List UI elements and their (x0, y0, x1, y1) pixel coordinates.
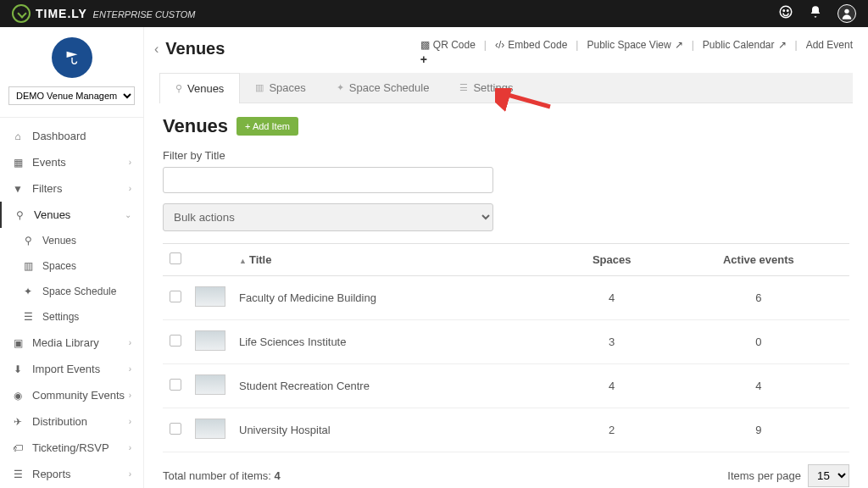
nav-filters[interactable]: ▼Filters › (0, 175, 143, 202)
col-spaces[interactable]: Spaces (556, 244, 668, 276)
nav-venues-sub-schedule[interactable]: ✦Space Schedule (0, 279, 143, 304)
nav-community-events[interactable]: ◉Community Events › (0, 382, 143, 408)
table-row[interactable]: Faculty of Medicine Building46 (163, 276, 849, 320)
nav-label: Import Events (32, 363, 100, 375)
row-checkbox[interactable] (170, 379, 181, 391)
nav-label: Spaces (42, 260, 76, 272)
nav-label: Settings (42, 311, 79, 323)
building-icon: ▥ (255, 82, 264, 93)
avatar[interactable] (837, 4, 856, 23)
add-item-button[interactable]: + Add Item (236, 117, 298, 136)
public-space-view-link[interactable]: Public Space View↗ (587, 39, 682, 51)
nav-label: Distribution (32, 415, 87, 428)
svg-point-1 (783, 10, 785, 12)
col-title[interactable]: ▲Title (232, 244, 556, 276)
row-checkbox[interactable] (170, 335, 181, 347)
brand-name-text: TIME.LY (36, 7, 87, 20)
org-badge (52, 37, 92, 78)
download-icon: ⬇ (12, 363, 24, 375)
nav-dashboard[interactable]: ⌂Dashboard (0, 123, 143, 149)
nav-label: Filters (32, 182, 62, 195)
nav-events[interactable]: ▦Events › (0, 149, 143, 175)
sliders-icon: ☰ (22, 311, 34, 323)
tab-space-schedule[interactable]: ✦Space Schedule (321, 73, 445, 103)
venue-title[interactable]: University Hospital (232, 408, 556, 452)
nav-venues[interactable]: ⚲Venues ⌄ (0, 202, 143, 228)
brand-tier: ENTERPRISE CUSTOM (93, 9, 196, 19)
bulk-actions-select[interactable]: Bulk actions (163, 203, 493, 231)
nav-label: Dashboard (32, 130, 86, 142)
pin-icon: ⚲ (22, 235, 34, 247)
public-calendar-link[interactable]: Public Calendar↗ (703, 39, 787, 51)
venue-title[interactable]: Student Recreation Centre (232, 364, 556, 408)
nav-import-events[interactable]: ⬇Import Events › (0, 356, 143, 382)
back-button[interactable]: ‹ (154, 42, 159, 57)
venue-thumbnail (195, 374, 225, 395)
logo-mark-icon (12, 4, 31, 23)
tab-settings[interactable]: ☰Settings (444, 73, 528, 103)
venue-thumbnail (195, 419, 225, 439)
nav-venues-sub-venues[interactable]: ⚲Venues (0, 228, 143, 253)
per-page-select[interactable]: 15 (808, 464, 849, 487)
table-row[interactable]: Student Recreation Centre44 (163, 364, 849, 408)
nav-venues-sub-settings[interactable]: ☰Settings (0, 304, 143, 330)
nav-label: Ticketing/RSVP (32, 441, 109, 454)
filter-label: Filter by Title (163, 149, 849, 162)
schedule-icon: ✦ (337, 82, 344, 93)
nav-label: Venues (34, 208, 70, 221)
venue-active-events: 9 (668, 408, 849, 452)
globe-icon: ◉ (12, 390, 24, 402)
nav-venues-sub-spaces[interactable]: ▥Spaces (0, 253, 143, 279)
per-page-label: Items per page (727, 469, 801, 482)
venue-active-events: 4 (668, 364, 849, 408)
venue-active-events: 6 (668, 276, 849, 320)
plus-button[interactable]: + (420, 53, 853, 66)
nav-reports[interactable]: ☰Reports › (0, 461, 143, 487)
pin-icon: ⚲ (14, 209, 25, 221)
code-icon: ‹/› (495, 39, 504, 51)
top-bar: TIME.LY ENTERPRISE CUSTOM (0, 0, 868, 27)
pin-icon: ⚲ (175, 83, 182, 94)
row-checkbox[interactable] (170, 423, 181, 435)
col-active-events[interactable]: Active events (668, 244, 849, 276)
image-icon: ▣ (12, 337, 24, 349)
org-selector[interactable]: DEMO Venue Managemen (8, 86, 135, 105)
row-checkbox[interactable] (170, 291, 181, 302)
schedule-icon: ✦ (22, 286, 34, 297)
venue-title[interactable]: Faculty of Medicine Building (232, 276, 556, 320)
table-row[interactable]: University Hospital29 (163, 408, 849, 452)
chevron-right-icon: › (129, 338, 131, 347)
nav-ticketing[interactable]: 🏷Ticketing/RSVP › (0, 435, 143, 461)
section-title: Venues (163, 115, 228, 137)
chevron-right-icon: › (129, 364, 131, 374)
chevron-right-icon: › (129, 158, 131, 167)
embed-code-link[interactable]: ‹/›Embed Code (495, 39, 567, 51)
sliders-icon: ☰ (459, 82, 468, 93)
topbar-actions (778, 4, 856, 23)
nav-label: Events (32, 156, 66, 169)
chevron-down-icon: ⌄ (125, 210, 131, 219)
nav-media-library[interactable]: ▣Media Library › (0, 330, 143, 356)
venue-title[interactable]: Life Sciences Institute (232, 320, 556, 364)
filter-title-input[interactable] (163, 167, 493, 193)
sort-asc-icon: ▲ (239, 257, 247, 265)
venues-table: ▲Title Spaces Active events Faculty of M… (163, 243, 849, 452)
send-icon: ✈ (12, 416, 24, 428)
qr-code-link[interactable]: ▩QR Code (420, 39, 476, 51)
support-icon[interactable] (778, 4, 793, 23)
svg-point-3 (844, 9, 849, 14)
venue-thumbnail (195, 286, 225, 307)
select-all-checkbox[interactable] (170, 252, 181, 264)
table-row[interactable]: Life Sciences Institute30 (163, 320, 849, 364)
main-panel: ‹ Venues ▩QR Code | ‹/›Embed Code | Publ… (144, 27, 868, 488)
nav-list: ⌂Dashboard ▦Events › ▼Filters › ⚲Venues … (0, 123, 143, 487)
bell-icon[interactable] (809, 5, 822, 22)
external-link-icon: ↗ (778, 39, 787, 51)
add-event-link[interactable]: Add Event (806, 39, 853, 51)
tab-venues[interactable]: ⚲Venues (159, 73, 240, 103)
nav-distribution[interactable]: ✈Distribution › (0, 408, 143, 435)
tab-spaces[interactable]: ▥Spaces (240, 73, 320, 103)
venue-spaces: 2 (556, 408, 668, 452)
nav-label: Media Library (32, 336, 99, 349)
venue-spaces: 4 (556, 364, 668, 408)
